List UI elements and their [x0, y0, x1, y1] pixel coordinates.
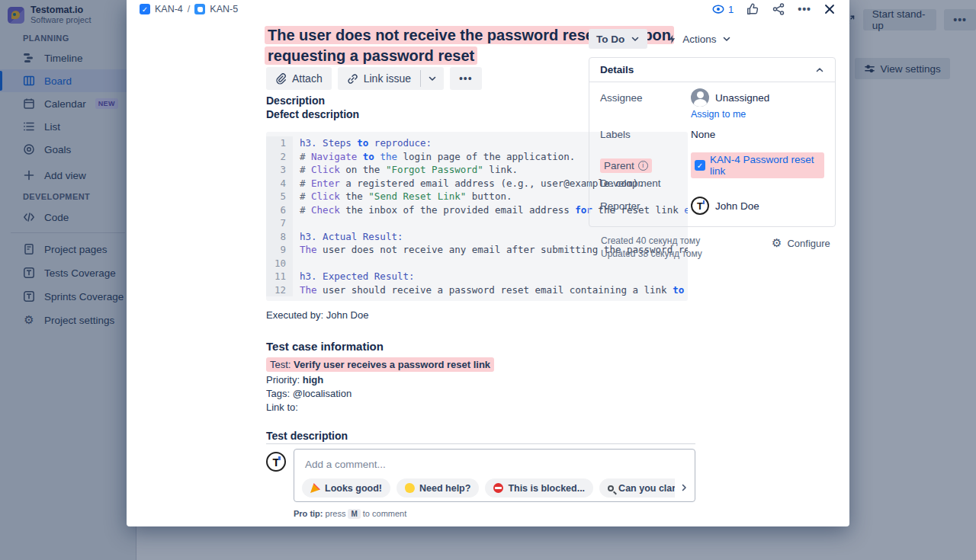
- defect-description-heading: Defect description: [266, 108, 359, 120]
- executed-by-text: Executed by: John Doe: [266, 309, 368, 321]
- toolbar-more-button[interactable]: •••: [450, 67, 482, 90]
- gear-icon: ⚙: [772, 236, 782, 250]
- quick-reply-looks-good[interactable]: Looks good!: [302, 478, 390, 498]
- comment-box[interactable]: Add a comment... Looks good! Need help? …: [294, 449, 695, 502]
- tags-line: Tags: @localisation: [266, 388, 352, 399]
- priority-value: high: [303, 374, 323, 386]
- code-line-number: 6: [266, 203, 293, 217]
- breadcrumb-parent-key[interactable]: KAN-4: [155, 4, 183, 14]
- issue-header-actions: 1 •••: [711, 2, 836, 16]
- code-line: h3. Actual Result:: [293, 230, 403, 244]
- wave-icon: [405, 483, 415, 493]
- blocked-icon: [493, 483, 503, 493]
- task-check-icon: ✓: [695, 160, 705, 171]
- test-name: Verify user receives a password reset li…: [294, 359, 490, 370]
- pro-tip: Pro tip: pressMto comment: [294, 509, 406, 519]
- current-user-avatar: T: [266, 452, 286, 472]
- paperclip-icon: [275, 73, 287, 85]
- description-heading: Description: [266, 94, 325, 107]
- code-line: [293, 216, 306, 230]
- thumbs-up-icon: [746, 2, 759, 16]
- link-issue-split-button: Link issue: [338, 67, 444, 90]
- code-line-number: 9: [266, 243, 293, 257]
- code-line-number: 1: [266, 136, 293, 150]
- link-to-line: Link to:: [266, 402, 298, 413]
- code-line-number: 7: [266, 216, 293, 230]
- test-line: Test: Verify user receives a password re…: [266, 359, 494, 370]
- assignee-row: Assignee Unassigned: [600, 88, 824, 107]
- share-icon: [772, 2, 785, 16]
- details-panel: Details Assignee Unassigned Assign to me…: [589, 57, 836, 227]
- development-label: Development: [600, 178, 691, 189]
- quick-reply-need-help[interactable]: Need help?: [396, 478, 479, 498]
- assignee-label: Assignee: [600, 92, 691, 104]
- m-keycap: M: [348, 509, 360, 519]
- magnifier-icon: [608, 485, 614, 491]
- configure-button[interactable]: ⚙ Configure: [772, 236, 830, 250]
- test-description-heading: Test description: [266, 430, 348, 442]
- parent-label: Parenti: [600, 158, 691, 173]
- updated-timestamp: Updated 38 секунд тому: [601, 248, 702, 259]
- subtask-icon: [194, 4, 205, 14]
- labels-value[interactable]: None: [691, 129, 715, 140]
- labels-label: Labels: [600, 129, 691, 140]
- more-actions-button[interactable]: •••: [798, 3, 811, 15]
- breadcrumb: ✓ KAN-4 / KAN-5: [140, 4, 238, 14]
- chevron-down-icon: [631, 34, 640, 43]
- quick-reply-clarify[interactable]: Can you clarify...?: [599, 478, 675, 498]
- code-row: 11h3. Expected Result:: [266, 270, 688, 283]
- actions-dropdown[interactable]: Actions: [667, 34, 730, 45]
- chevron-down-icon: [722, 34, 731, 43]
- watch-eye-icon: [711, 2, 725, 16]
- lightning-icon: [667, 34, 677, 44]
- close-icon[interactable]: [824, 3, 836, 15]
- reporter-row: Reporter TJohn Doe: [600, 197, 824, 215]
- code-line-number: 8: [266, 230, 293, 244]
- party-icon: [310, 483, 320, 493]
- reporter-label: Reporter: [600, 200, 691, 212]
- link-issue-dropdown[interactable]: [421, 67, 444, 90]
- chevron-right-icon: [679, 483, 689, 492]
- like-button[interactable]: [746, 2, 759, 16]
- code-line-number: 4: [266, 177, 293, 190]
- breadcrumb-child-key[interactable]: KAN-5: [210, 4, 238, 14]
- quick-reply-blocked[interactable]: This is blocked...: [485, 478, 593, 498]
- development-row: Development: [600, 178, 824, 189]
- code-line-number: 5: [266, 190, 293, 203]
- chevron-up-icon: [815, 66, 824, 75]
- status-row: To Do Actions: [589, 29, 731, 49]
- code-line: h3. Expected Result:: [293, 270, 415, 283]
- assignee-value[interactable]: Unassigned: [691, 88, 769, 107]
- parent-value[interactable]: ✓KAN-4 Password reset link: [691, 152, 824, 178]
- task-check-icon: ✓: [140, 4, 150, 14]
- status-dropdown[interactable]: To Do: [589, 29, 647, 49]
- quick-reply-scroll-right[interactable]: [679, 482, 689, 495]
- code-line-number: 11: [266, 270, 293, 283]
- watch-button[interactable]: 1: [711, 2, 734, 16]
- breadcrumb-separator: /: [188, 4, 190, 14]
- created-timestamp: Created 40 секунд тому: [601, 235, 700, 246]
- link-issue-button[interactable]: Link issue: [338, 67, 420, 90]
- reporter-avatar: T: [691, 197, 709, 215]
- labels-row: Labels None: [600, 129, 824, 140]
- details-header[interactable]: Details: [589, 58, 835, 82]
- code-line: # Click the "Send Reset Link" button.: [293, 190, 512, 203]
- comment-input[interactable]: Add a comment...: [305, 459, 386, 470]
- issue-toolbar: Attach Link issue •••: [266, 67, 482, 90]
- code-row: 12The user should receive a password res…: [266, 283, 688, 297]
- share-button[interactable]: [772, 2, 785, 16]
- code-line: # Click on the "Forgot Password" link.: [293, 163, 518, 177]
- unassigned-avatar: [691, 88, 709, 107]
- assign-to-me-link[interactable]: Assign to me: [691, 109, 746, 120]
- reporter-value[interactable]: TJohn Doe: [691, 197, 759, 215]
- attach-button[interactable]: Attach: [266, 67, 332, 90]
- code-line: [293, 257, 306, 270]
- code-line: h3. Steps to reproduce:: [293, 136, 432, 150]
- code-line: The user should receive a password reset…: [293, 283, 688, 297]
- issue-modal: ✓ KAN-4 / KAN-5 1 ••• The user does not …: [127, 0, 849, 526]
- code-line: # Navigate to the login page of the appl…: [293, 150, 575, 164]
- watch-count: 1: [728, 4, 734, 15]
- assign-to-me-row: Assign to me: [600, 109, 824, 120]
- quick-reply-row: Looks good! Need help? This is blocked..…: [302, 478, 675, 498]
- test-case-info-heading: Test case information: [266, 340, 384, 353]
